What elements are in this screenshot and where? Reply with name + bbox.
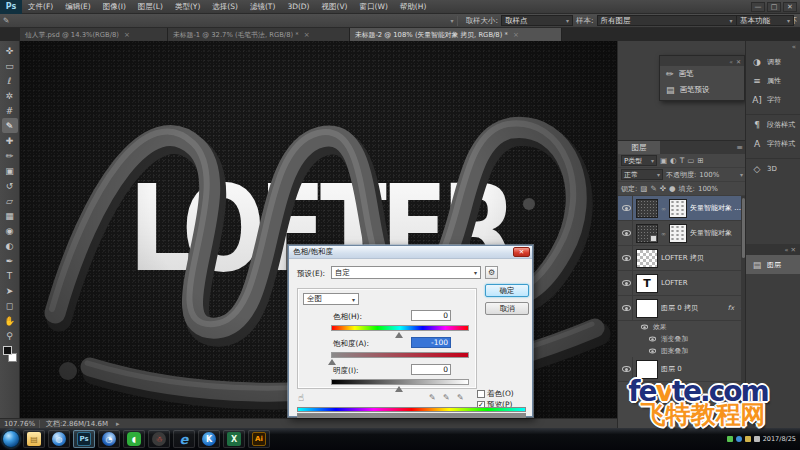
targeted-adjustment-icon[interactable]: ☝	[298, 392, 304, 403]
tray-icon-blue[interactable]	[736, 436, 742, 442]
flyout-item-brush[interactable]: ✏ 画笔	[660, 66, 744, 82]
lock-position-icon[interactable]: ✜	[660, 184, 666, 193]
tab-close-icon[interactable]: ×	[304, 31, 310, 39]
type-tool[interactable]: T	[2, 268, 18, 283]
layer-thumbnail[interactable]	[636, 249, 658, 268]
crop-tool[interactable]: #	[2, 103, 18, 118]
pen-tool[interactable]: ✒	[2, 253, 18, 268]
menu-help[interactable]: 帮助(H)	[394, 2, 433, 12]
healing-brush-tool[interactable]: ✚	[2, 133, 18, 148]
history-brush-tool[interactable]: ↺	[2, 178, 18, 193]
layer-row-layer0-copy[interactable]: 图层 0 拷贝 fx ▾	[618, 296, 746, 321]
sample-size-dropdown[interactable]: 取样点▾	[501, 15, 573, 26]
minimize-button[interactable]: —	[751, 2, 765, 12]
visibility-toggle[interactable]	[620, 357, 633, 381]
taskbar-excel[interactable]: X	[223, 430, 245, 448]
visibility-toggle[interactable]	[620, 246, 633, 270]
hue-slider[interactable]	[331, 325, 469, 331]
menu-file[interactable]: 文件(F)	[22, 2, 59, 12]
filter-smart-icon[interactable]: ⊞	[697, 156, 703, 165]
taskbar-internet-explorer[interactable]: e	[173, 430, 195, 448]
taskbar-k-app[interactable]: K	[198, 430, 220, 448]
dock-button-adjustments[interactable]: ◑调整	[746, 52, 800, 71]
hand-tool[interactable]: ✋	[2, 313, 18, 328]
filter-type-icon[interactable]: T	[680, 156, 685, 165]
menu-image[interactable]: 图像(I)	[97, 2, 132, 12]
mask-thumbnail[interactable]	[669, 224, 687, 243]
taskbar-explorer[interactable]: ▤	[23, 430, 45, 448]
effect-gradient-overlay-row[interactable]: 渐变叠加	[618, 333, 746, 345]
visibility-toggle[interactable]	[620, 271, 633, 295]
menu-type[interactable]: 类型(Y)	[169, 2, 206, 12]
saturation-slider-thumb[interactable]	[328, 359, 336, 365]
eyedropper-plus-icon[interactable]: ✎	[443, 393, 450, 402]
eyedropper-minus-icon[interactable]: ✎	[457, 393, 464, 402]
lasso-tool[interactable]: ℓ	[2, 73, 18, 88]
layer-row-lofter-copy[interactable]: LOFTER 拷贝	[618, 246, 746, 271]
tool-preset-arrow-icon[interactable]: ▾	[446, 17, 453, 24]
fill-value[interactable]: 100%	[698, 185, 718, 193]
lightness-value[interactable]: 0	[411, 364, 451, 375]
eraser-tool[interactable]: ▱	[2, 193, 18, 208]
dock-button-character[interactable]: A]字符	[746, 90, 800, 109]
taskbar-netdisk[interactable]: ☃	[148, 430, 170, 448]
tray-icon-yellow[interactable]	[745, 436, 751, 442]
menu-3d[interactable]: 3D(D)	[281, 2, 315, 11]
layer-row-smart-object[interactable]: ∞ 矢量智能对象	[618, 221, 746, 246]
lightness-slider-thumb[interactable]	[395, 386, 403, 392]
filter-pixel-icon[interactable]: ▣	[660, 156, 667, 165]
collapse-icon[interactable]: «	[729, 58, 733, 65]
workspace-dropdown[interactable]: 基本功能▾	[736, 15, 794, 26]
quick-selection-tool[interactable]: ✲	[2, 88, 18, 103]
zoom-tool[interactable]: ⚲	[2, 328, 18, 343]
opacity-value[interactable]: 100%	[699, 171, 719, 179]
close-button[interactable]: ✕	[783, 2, 797, 12]
menu-edit[interactable]: 编辑(E)	[59, 2, 97, 12]
tab-document-1[interactable]: 仙人掌.psd @ 14.3%(RGB/8)×	[20, 28, 168, 41]
menu-layer[interactable]: 图层(L)	[132, 2, 169, 12]
effects-row[interactable]: 效果	[618, 321, 746, 333]
lock-transparent-icon[interactable]: ▨	[640, 184, 647, 193]
dialog-close-button[interactable]: ✕	[513, 247, 530, 257]
tab-document-2[interactable]: 未标题-1 @ 32.7% (毛笔书法, RGB/8) *×	[168, 28, 350, 41]
menu-view[interactable]: 视图(V)	[316, 2, 354, 12]
layer-row-smart-object-copy[interactable]: ∞ 矢量智能对象 ...	[618, 196, 746, 221]
lock-pixels-icon[interactable]: ✎	[650, 184, 656, 193]
blur-tool[interactable]: ◉	[2, 223, 18, 238]
layer-row-lofter-text[interactable]: T LOFTER	[618, 271, 746, 296]
dialog-title-bar[interactable]: 色相/饱和度 ✕	[289, 246, 532, 259]
dock-collapse[interactable]: «	[746, 41, 800, 52]
dock-button-3d[interactable]: ◇3D	[746, 159, 800, 178]
layers-tab[interactable]: 图层	[618, 141, 660, 154]
eye-icon[interactable]	[649, 349, 656, 354]
taskbar-browser[interactable]: ◍	[48, 430, 70, 448]
visibility-toggle[interactable]	[620, 196, 633, 220]
color-swatches[interactable]	[3, 346, 17, 362]
filter-type-dropdown[interactable]: P类型▾	[621, 155, 657, 166]
lightness-slider[interactable]	[331, 379, 469, 385]
taskbar-browser2[interactable]: ◔	[98, 430, 120, 448]
restore-button[interactable]: □	[767, 2, 781, 12]
ok-button[interactable]: 确定	[485, 284, 529, 297]
move-tool[interactable]: ✜	[2, 43, 18, 58]
blend-mode-dropdown[interactable]: 正常▾	[621, 169, 663, 180]
dock-button-paragraph-styles[interactable]: ¶段落样式	[746, 115, 800, 134]
eyedropper-icon[interactable]: ✎	[3, 16, 9, 25]
saturation-slider[interactable]	[331, 352, 469, 358]
fx-badge[interactable]: fx	[728, 304, 734, 312]
eye-icon[interactable]	[649, 337, 656, 342]
dock-button-properties[interactable]: ≡属性	[746, 71, 800, 90]
gradient-tool[interactable]: ▦	[2, 208, 18, 223]
tab-close-icon[interactable]: ×	[124, 31, 130, 39]
zoom-level-field[interactable]: 107.76%	[0, 420, 40, 428]
channel-dropdown[interactable]: 全图▾	[303, 293, 359, 305]
saturation-value[interactable]: -100	[411, 337, 451, 348]
lock-all-icon[interactable]: ●	[669, 184, 676, 193]
preset-options-button[interactable]: ⚙	[485, 266, 498, 279]
menu-filter[interactable]: 滤镜(T)	[244, 2, 281, 12]
foreground-color-swatch[interactable]	[3, 346, 12, 355]
eye-icon[interactable]	[641, 325, 648, 330]
menu-select[interactable]: 选择(S)	[206, 2, 244, 12]
taskbar-illustrator[interactable]: Ai	[248, 430, 270, 448]
menu-window[interactable]: 窗口(W)	[354, 2, 394, 12]
